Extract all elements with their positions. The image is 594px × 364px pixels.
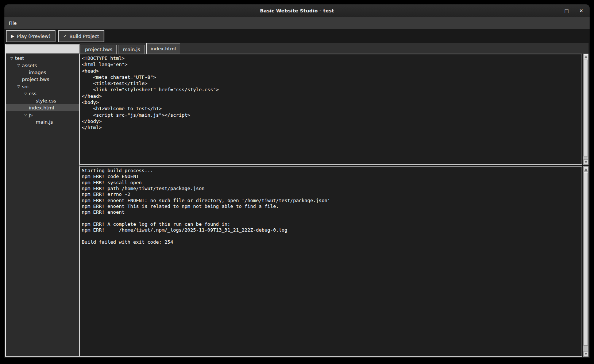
arrow-up-icon bbox=[585, 55, 587, 58]
tree-item-label: assets bbox=[22, 63, 37, 68]
tree-item-css[interactable]: ▽ css bbox=[6, 90, 79, 97]
main-content: ▽ test ▽ assets images project.bws ▽ src… bbox=[4, 43, 590, 358]
tree-item-label: test bbox=[15, 55, 24, 61]
arrow-up-icon bbox=[585, 168, 587, 171]
tree-item-project.bws[interactable]: project.bws bbox=[6, 76, 79, 83]
tree-item-index.html[interactable]: index.html bbox=[6, 104, 79, 111]
tree-item-label: index.html bbox=[28, 105, 54, 111]
tree-item-assets[interactable]: ▽ assets bbox=[6, 62, 79, 69]
check-icon: ✓ bbox=[63, 34, 67, 39]
scroll-up-button[interactable] bbox=[583, 167, 588, 172]
expander-icon[interactable]: ▽ bbox=[9, 57, 15, 60]
tabstrip: project.bws main.js index.html bbox=[80, 43, 589, 54]
maximize-icon[interactable]: □ bbox=[564, 8, 569, 13]
code-editor-text[interactable]: <!DOCTYPE html> <html lang="en"> <head> … bbox=[82, 55, 580, 131]
tree-item-label: images bbox=[28, 70, 46, 75]
build-project-button[interactable]: ✓Build Project bbox=[58, 30, 104, 42]
tree-item-label: main.js bbox=[35, 119, 53, 125]
minimize-icon[interactable]: – bbox=[549, 8, 555, 13]
play-preview-button[interactable]: ▶Play (Preview) bbox=[6, 30, 55, 42]
tree-item-label: style.css bbox=[35, 98, 56, 104]
scrollbar-track[interactable] bbox=[583, 59, 588, 159]
file-tree-panel: ▽ test ▽ assets images project.bws ▽ src… bbox=[5, 44, 80, 357]
scroll-down-button[interactable] bbox=[583, 351, 588, 356]
arrow-down-icon bbox=[585, 161, 587, 163]
editor-pane: <!DOCTYPE html> <html lang="en"> <head> … bbox=[80, 54, 589, 165]
tree-item-js[interactable]: ▽ js bbox=[6, 111, 79, 118]
tree-item-images[interactable]: images bbox=[6, 69, 79, 76]
scroll-up-button[interactable] bbox=[583, 54, 588, 59]
scrollbar-thumb[interactable] bbox=[583, 59, 588, 156]
toolbar: ▶Play (Preview) ✓Build Project bbox=[4, 29, 590, 43]
console-pane: Starting build process... npm ERR! code … bbox=[80, 166, 589, 357]
close-icon[interactable]: ✕ bbox=[579, 8, 584, 13]
tree-item-label: src bbox=[22, 84, 29, 89]
window-controls: – □ ✕ bbox=[549, 4, 584, 17]
scrollbar-thumb[interactable] bbox=[583, 172, 588, 346]
file-tree: ▽ test ▽ assets images project.bws ▽ src… bbox=[6, 54, 79, 125]
editor-area: project.bws main.js index.html <!DOCTYPE… bbox=[80, 43, 589, 357]
app-window: Basic Website Studio - test – □ ✕ File ▶… bbox=[4, 4, 590, 358]
expander-icon[interactable]: ▽ bbox=[16, 63, 22, 67]
tab-label: project.bws bbox=[85, 47, 112, 52]
tab-project.bws[interactable]: project.bws bbox=[81, 45, 117, 54]
tree-item-main.js[interactable]: main.js bbox=[6, 119, 79, 125]
tab-index.html[interactable]: index.html bbox=[146, 43, 180, 54]
window-title: Basic Website Studio - test bbox=[260, 8, 334, 13]
expander-icon[interactable]: ▽ bbox=[23, 113, 28, 117]
tree-item-style.css[interactable]: style.css bbox=[6, 97, 79, 104]
console-scrollbar[interactable] bbox=[583, 166, 589, 357]
titlebar[interactable]: Basic Website Studio - test – □ ✕ bbox=[4, 4, 590, 17]
editor-scrollbar[interactable] bbox=[583, 54, 589, 165]
expander-icon[interactable]: ▽ bbox=[16, 85, 22, 88]
scrollbar-track[interactable] bbox=[583, 172, 588, 351]
menu-item[interactable]: File bbox=[6, 20, 20, 26]
code-editor[interactable]: <!DOCTYPE html> <html lang="en"> <head> … bbox=[80, 54, 582, 165]
build-output-console[interactable]: Starting build process... npm ERR! code … bbox=[80, 166, 582, 357]
tree-item-label: css bbox=[28, 91, 36, 96]
tree-item-label: js bbox=[28, 112, 32, 117]
menubar: File bbox=[4, 17, 590, 29]
tab-main.js[interactable]: main.js bbox=[119, 45, 144, 54]
build-output-text: Starting build process... npm ERR! code … bbox=[82, 168, 580, 245]
tab-label: index.html bbox=[151, 46, 176, 51]
expander-icon[interactable]: ▽ bbox=[23, 92, 28, 96]
tree-heading bbox=[6, 44, 79, 54]
play-icon: ▶ bbox=[11, 34, 14, 39]
tree-item-label: project.bws bbox=[22, 77, 49, 82]
arrow-down-icon bbox=[585, 353, 587, 355]
tab-label: main.js bbox=[123, 47, 140, 52]
tree-item-src[interactable]: ▽ src bbox=[6, 83, 79, 90]
scroll-down-button[interactable] bbox=[583, 159, 588, 164]
tree-item-test[interactable]: ▽ test bbox=[6, 55, 79, 62]
